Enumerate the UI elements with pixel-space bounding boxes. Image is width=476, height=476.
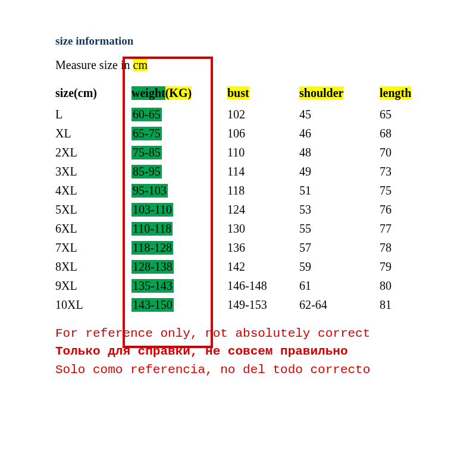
header-weight: weight(KG) (131, 86, 227, 105)
cell-weight: 60-65 (131, 105, 227, 124)
table-row: 5XL103-1101245376 (55, 200, 427, 219)
cell-bust: 146-148 (227, 276, 299, 295)
weight-value: 103-110 (131, 203, 173, 217)
cell-bust: 142 (227, 257, 299, 276)
header-bust: bust (227, 86, 299, 105)
footnote-es: Solo como referencia, no del todo correc… (55, 361, 476, 379)
cell-shoulder: 49 (299, 162, 380, 181)
cell-size: 4XL (55, 181, 131, 200)
weight-value: 65-75 (131, 127, 162, 140)
cell-size: XL (55, 124, 131, 143)
cell-size: 7XL (55, 238, 131, 257)
cell-shoulder: 55 (299, 219, 380, 238)
cell-bust: 130 (227, 219, 299, 238)
cell-weight: 135-143 (131, 276, 227, 295)
title-measure-unit: Measure size in cm (55, 58, 476, 72)
measure-label: Measure size in (55, 58, 133, 71)
unit-cm-highlight: cm (133, 58, 148, 71)
weight-value: 75-85 (131, 146, 162, 159)
cell-length: 65 (380, 105, 427, 124)
weight-value: 60-65 (131, 108, 162, 121)
cell-weight: 85-95 (131, 162, 227, 181)
footnote-ru: Только для справки, не совсем правильно (55, 343, 476, 361)
table-row: 8XL128-1381425979 (55, 257, 427, 276)
title-size-information: size information (55, 35, 476, 48)
cell-length: 70 (380, 143, 427, 162)
cell-size: 5XL (55, 200, 131, 219)
table-row: 2XL75-851104870 (55, 143, 427, 162)
cell-shoulder: 48 (299, 143, 380, 162)
cell-shoulder: 57 (299, 238, 380, 257)
header-shoulder: shoulder (299, 86, 380, 105)
weight-value: 85-95 (131, 165, 162, 178)
cell-length: 79 (380, 257, 427, 276)
cell-weight: 75-85 (131, 143, 227, 162)
cell-shoulder: 62-64 (299, 295, 380, 314)
cell-length: 75 (380, 181, 427, 200)
footnotes: For reference only, not absolutely corre… (55, 325, 476, 379)
header-length: length (380, 86, 427, 105)
weight-value: 118-128 (131, 241, 173, 255)
cell-size: 6XL (55, 219, 131, 238)
footnote-en: For reference only, not absolutely corre… (55, 325, 476, 343)
cell-shoulder: 51 (299, 181, 380, 200)
cell-length: 80 (380, 276, 427, 295)
cell-size: 8XL (55, 257, 131, 276)
header-weight-unit: (KG) (165, 86, 192, 99)
cell-shoulder: 45 (299, 105, 380, 124)
weight-value: 110-118 (131, 222, 173, 236)
cell-weight: 118-128 (131, 238, 227, 257)
header-weight-label: weight (131, 86, 165, 100)
cell-bust: 136 (227, 238, 299, 257)
cell-bust: 106 (227, 124, 299, 143)
cell-size: L (55, 105, 131, 124)
cell-bust: 114 (227, 162, 299, 181)
header-bust-hl: bust (227, 86, 249, 99)
cell-length: 68 (380, 124, 427, 143)
table-row: 9XL135-143146-1486180 (55, 276, 427, 295)
cell-weight: 128-138 (131, 257, 227, 276)
cell-bust: 110 (227, 143, 299, 162)
table-row: 4XL95-1031185175 (55, 181, 427, 200)
cell-length: 76 (380, 200, 427, 219)
size-table: size(cm) weight(KG) bust shoulder length… (55, 86, 427, 314)
cell-length: 78 (380, 238, 427, 257)
table-row: 7XL118-1281365778 (55, 238, 427, 257)
cell-weight: 65-75 (131, 124, 227, 143)
cell-shoulder: 46 (299, 124, 380, 143)
cell-size: 9XL (55, 276, 131, 295)
table-body: L60-651024565XL65-7510646682XL75-8511048… (55, 105, 427, 314)
cell-length: 81 (380, 295, 427, 314)
header-shoulder-hl: shoulder (299, 86, 343, 99)
table-row: L60-651024565 (55, 105, 427, 124)
cell-weight: 110-118 (131, 219, 227, 238)
header-length-hl: length (380, 86, 411, 99)
cell-shoulder: 61 (299, 276, 380, 295)
weight-value: 95-103 (131, 184, 168, 198)
cell-bust: 149-153 (227, 295, 299, 314)
weight-value: 135-143 (131, 279, 174, 293)
header-size: size(cm) (55, 86, 131, 105)
table-row: XL65-751064668 (55, 124, 427, 143)
cell-weight: 103-110 (131, 200, 227, 219)
cell-shoulder: 53 (299, 200, 380, 219)
cell-bust: 118 (227, 181, 299, 200)
weight-value: 143-150 (131, 298, 174, 312)
cell-bust: 102 (227, 105, 299, 124)
cell-weight: 95-103 (131, 181, 227, 200)
cell-size: 10XL (55, 295, 131, 314)
table-row: 6XL110-1181305577 (55, 219, 427, 238)
cell-length: 77 (380, 219, 427, 238)
weight-value: 128-138 (131, 260, 174, 274)
table-row: 10XL143-150149-15362-6481 (55, 295, 427, 314)
cell-weight: 143-150 (131, 295, 227, 314)
cell-size: 2XL (55, 143, 131, 162)
cell-length: 73 (380, 162, 427, 181)
cell-bust: 124 (227, 200, 299, 219)
cell-shoulder: 59 (299, 257, 380, 276)
cell-size: 3XL (55, 162, 131, 181)
table-header-row: size(cm) weight(KG) bust shoulder length (55, 86, 427, 105)
table-row: 3XL85-951144973 (55, 162, 427, 181)
